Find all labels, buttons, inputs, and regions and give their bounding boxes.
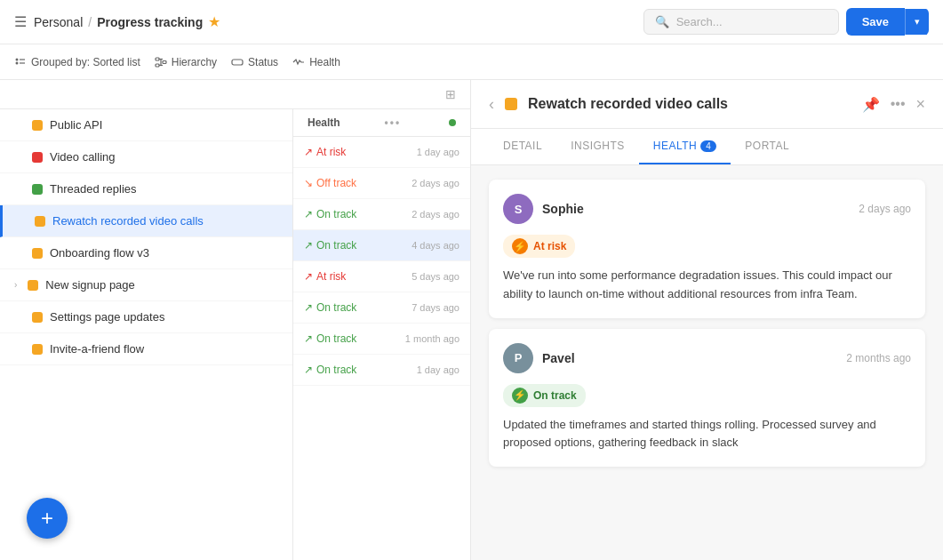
item-name-label: Video calling <box>50 150 115 164</box>
save-dropdown-button[interactable]: ▾ <box>905 9 929 35</box>
list-container: Public APIVideo callingThreaded repliesR… <box>0 109 470 560</box>
health-row[interactable]: ↗On track7 days ago <box>293 292 470 324</box>
list-item[interactable]: ›New signup page <box>0 269 292 301</box>
health-time: 4 days ago <box>412 240 460 251</box>
menu-icon[interactable]: ☰ <box>14 13 27 30</box>
health-label: Health <box>309 56 340 68</box>
list-item[interactable]: Invite-a-friend flow <box>0 333 292 365</box>
item-status-dot <box>32 312 43 323</box>
tab-health[interactable]: HEALTH4 <box>639 129 731 164</box>
tab-portal[interactable]: PORTAL <box>731 129 803 164</box>
svg-rect-4 <box>156 58 159 60</box>
health-indicator: ↘Off track <box>304 177 356 189</box>
detail-title: Rewatch recorded video calls <box>528 96 851 112</box>
comment-author: Pavel <box>542 351 575 365</box>
svg-point-1 <box>16 61 19 64</box>
comment-header: PPavel2 months ago <box>503 343 911 373</box>
health-time: 2 days ago <box>412 178 460 188</box>
health-row[interactable]: ↗On track2 days ago <box>293 199 470 230</box>
item-status-dot <box>32 184 43 195</box>
health-indicator: ↗At risk <box>304 146 346 158</box>
health-row[interactable]: ↗On track1 month ago <box>293 324 470 355</box>
more-options-icon[interactable]: ••• <box>891 96 906 112</box>
back-button[interactable]: ‹ <box>489 95 494 114</box>
toolbar-status[interactable]: Status <box>231 56 278 68</box>
breadcrumb-personal[interactable]: Personal <box>34 15 83 29</box>
toolbar-hierarchy[interactable]: Hierarchy <box>155 56 217 68</box>
list-item[interactable]: Rewatch recorded video calls <box>0 205 292 237</box>
favorite-star-icon[interactable]: ★ <box>208 13 220 30</box>
grouped-by-label: Grouped by: Sorted list <box>31 56 140 68</box>
health-arrow-icon: ↗ <box>304 270 313 283</box>
comment-card: PPavel2 months ago⚡On trackUpdated the t… <box>489 329 925 468</box>
health-label-text: Off track <box>316 177 356 189</box>
toolbar-health[interactable]: Health <box>292 56 340 68</box>
status-icon: ⚡ <box>512 238 528 254</box>
health-row[interactable]: ↘Off track2 days ago <box>293 168 470 199</box>
health-arrow-icon: ↗ <box>304 208 313 220</box>
status-badge: ⚡On track <box>503 384 586 407</box>
list-item[interactable]: Public API <box>0 109 292 141</box>
close-button[interactable]: × <box>915 95 925 114</box>
pin-icon[interactable]: 📌 <box>862 96 880 113</box>
comment-card: SSophie2 days ago⚡At riskWe've run into … <box>489 180 925 318</box>
list-item[interactable]: Threaded replies <box>0 173 292 205</box>
comment-author: Sophie <box>542 202 584 216</box>
detail-title-icon <box>505 98 517 110</box>
comment-time: 2 days ago <box>859 203 911 215</box>
item-status-dot <box>35 216 45 227</box>
left-panel: ⊞ Public APIVideo callingThreaded replie… <box>0 80 471 560</box>
health-row[interactable]: ↗At risk1 day ago <box>293 137 470 168</box>
tab-insights[interactable]: INSIGHTS <box>556 129 639 164</box>
health-time: 7 days ago <box>412 302 460 313</box>
hierarchy-icon <box>155 56 167 68</box>
list-item[interactable]: Onboarding flow v3 <box>0 237 292 269</box>
add-button[interactable]: + <box>27 498 68 539</box>
item-name-label: Onboarding flow v3 <box>50 246 149 260</box>
svg-point-0 <box>16 58 19 60</box>
health-indicator: ↗At risk <box>304 270 346 283</box>
item-status-dot <box>32 248 43 259</box>
health-column-options-icon[interactable]: ••• <box>385 116 402 129</box>
tab-detail[interactable]: DETAIL <box>489 129 556 164</box>
sort-icon <box>14 56 27 68</box>
health-label-text: On track <box>316 301 356 314</box>
save-button[interactable]: Save <box>846 8 905 36</box>
status-label: At risk <box>533 240 566 252</box>
health-indicator: ↗On track <box>304 239 356 252</box>
list-item[interactable]: Video calling <box>0 141 292 173</box>
breadcrumb-title[interactable]: Progress tracking <box>97 15 203 29</box>
item-status-dot <box>28 280 38 291</box>
health-label-text: On track <box>316 239 356 252</box>
tab-label: DETAIL <box>503 140 542 152</box>
comment-text: Updated the timeframes and started thing… <box>503 416 911 453</box>
health-arrow-icon: ↗ <box>304 332 313 345</box>
status-badge: ⚡At risk <box>503 235 575 258</box>
toolbar-grouped-by[interactable]: Grouped by: Sorted list <box>14 56 140 68</box>
comment-text: We've run into some performance degradat… <box>503 267 911 304</box>
health-time: 1 day ago <box>417 147 460 157</box>
status-label: Status <box>248 56 278 68</box>
search-box[interactable]: 🔍 Search... <box>643 9 839 35</box>
list-names-column: Public APIVideo callingThreaded repliesR… <box>0 109 292 560</box>
health-row[interactable]: ↗On track4 days ago <box>293 230 470 261</box>
expand-chevron-icon[interactable]: › <box>14 280 17 290</box>
health-row[interactable]: ↗On track1 day ago <box>293 355 470 386</box>
health-arrow-icon: ↗ <box>304 301 313 314</box>
comment-time: 2 months ago <box>846 352 911 364</box>
health-indicator: ↗On track <box>304 364 356 376</box>
avatar: P <box>503 343 533 373</box>
item-name-label: Threaded replies <box>50 182 137 196</box>
health-row[interactable]: ↗At risk5 days ago <box>293 261 470 292</box>
item-status-dot <box>32 152 43 163</box>
item-name-label: Rewatch recorded video calls <box>52 214 204 228</box>
svg-rect-6 <box>163 60 166 63</box>
main-layout: ⊞ Public APIVideo callingThreaded replie… <box>0 80 943 560</box>
tab-label: INSIGHTS <box>571 140 625 152</box>
list-item[interactable]: Settings page updates <box>0 301 292 333</box>
column-settings-icon[interactable]: ⊞ <box>445 87 456 101</box>
right-panel: ‹ Rewatch recorded video calls 📌 ••• × D… <box>471 80 943 560</box>
health-time: 2 days ago <box>412 209 460 220</box>
tab-badge: 4 <box>700 140 716 152</box>
svg-rect-5 <box>156 64 159 67</box>
